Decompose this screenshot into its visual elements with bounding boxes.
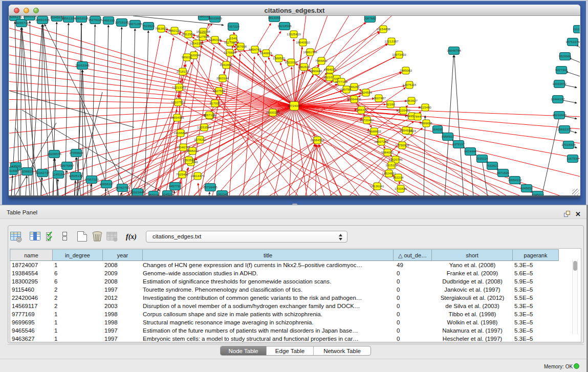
svg-text:1546: 1546 <box>230 36 237 40</box>
svg-text:62160: 62160 <box>386 102 395 106</box>
svg-text:20364436: 20364436 <box>347 97 361 101</box>
svg-text:6099695: 6099695 <box>420 121 433 125</box>
svg-text:10046798: 10046798 <box>176 145 190 149</box>
svg-text:2367608: 2367608 <box>234 45 247 48</box>
svg-text:10671355: 10671355 <box>128 22 142 26</box>
svg-text:17756928: 17756928 <box>395 143 409 147</box>
svg-text:1145194: 1145194 <box>52 172 64 176</box>
svg-text:8912954: 8912954 <box>182 32 195 36</box>
svg-text:16286279: 16286279 <box>9 16 22 18</box>
svg-text:8660124: 8660124 <box>168 29 181 32</box>
svg-text:1986091: 1986091 <box>198 16 210 18</box>
svg-text:1362615: 1362615 <box>298 65 311 69</box>
svg-text:1615112: 1615112 <box>385 163 398 167</box>
svg-text:3498242: 3498242 <box>186 149 199 152</box>
svg-text:7955812: 7955812 <box>315 59 328 62</box>
svg-text:2803144: 2803144 <box>216 76 229 80</box>
svg-text:989011: 989011 <box>182 55 192 59</box>
svg-text:6466160: 6466160 <box>102 18 115 22</box>
svg-text:10154838: 10154838 <box>376 27 390 31</box>
svg-text:10975887: 10975887 <box>60 164 74 167</box>
svg-text:8242845: 8242845 <box>220 63 233 67</box>
svg-text:17016504: 17016504 <box>561 143 576 146</box>
svg-text:17359924: 17359924 <box>69 151 83 155</box>
svg-text:7663822: 7663822 <box>155 27 168 30</box>
svg-text:7485063: 7485063 <box>400 69 412 72</box>
svg-text:10025453: 10025453 <box>396 108 410 112</box>
svg-text:20691406: 20691406 <box>35 18 50 21</box>
svg-text:7986372: 7986372 <box>355 108 368 112</box>
svg-text:18640910: 18640910 <box>296 40 310 44</box>
svg-text:8958923: 8958923 <box>442 135 454 138</box>
svg-text:9474444: 9474444 <box>464 149 477 153</box>
svg-text:5084067: 5084067 <box>381 150 394 154</box>
svg-text:20206576: 20206576 <box>47 152 61 156</box>
svg-text:9777169: 9777169 <box>335 80 348 83</box>
svg-text:1654913: 1654913 <box>400 128 412 132</box>
svg-text:13325419: 13325419 <box>287 32 301 36</box>
svg-text:16961758: 16961758 <box>303 50 317 54</box>
svg-text:20053346: 20053346 <box>75 63 90 67</box>
svg-text:746266: 746266 <box>349 85 360 89</box>
svg-text:10653526: 10653526 <box>74 16 89 20</box>
svg-text:8813054: 8813054 <box>268 16 281 19</box>
svg-text:17957223: 17957223 <box>84 178 99 181</box>
svg-text:10688603: 10688603 <box>367 129 381 133</box>
svg-text:8267110: 8267110 <box>203 113 215 117</box>
svg-text:10973493: 10973493 <box>392 53 406 56</box>
svg-text:164095: 164095 <box>432 127 443 131</box>
svg-text:1156829: 1156829 <box>21 169 33 173</box>
svg-text:10607487: 10607487 <box>372 96 386 100</box>
svg-text:1112345: 1112345 <box>573 27 580 31</box>
svg-text:3824554: 3824554 <box>360 91 373 94</box>
svg-text:12213363: 12213363 <box>172 85 186 89</box>
svg-text:19384554: 19384554 <box>310 138 324 142</box>
svg-text:391590: 391590 <box>9 169 18 172</box>
svg-text:12975115: 12975115 <box>402 83 417 86</box>
svg-text:6494028: 6494028 <box>324 68 337 71</box>
svg-text:9463627: 9463627 <box>405 99 418 102</box>
svg-text:15716485: 15716485 <box>203 185 217 189</box>
svg-text:8427552: 8427552 <box>213 89 226 93</box>
svg-text:15692371: 15692371 <box>557 127 572 131</box>
svg-text:15276025: 15276025 <box>88 18 102 21</box>
svg-text:10654112: 10654112 <box>508 178 522 182</box>
svg-text:9227343: 9227343 <box>555 68 568 72</box>
svg-text:10719185: 10719185 <box>115 20 129 24</box>
svg-text:14136141: 14136141 <box>370 184 384 188</box>
svg-text:1553594: 1553594 <box>183 158 195 162</box>
svg-text:7632621: 7632621 <box>486 164 499 167</box>
svg-text:15751074: 15751074 <box>565 40 580 43</box>
svg-text:10543362: 10543362 <box>189 41 204 45</box>
svg-text:18724007: 18724007 <box>287 104 301 107</box>
svg-text:15226058: 15226058 <box>196 30 210 33</box>
svg-text:3175685: 3175685 <box>224 51 236 54</box>
svg-text:12505135: 12505135 <box>69 174 83 178</box>
svg-text:13524851: 13524851 <box>382 171 396 175</box>
svg-text:14914479: 14914479 <box>190 174 205 178</box>
svg-text:19860914: 19860914 <box>23 16 37 18</box>
svg-text:7625402: 7625402 <box>176 172 189 176</box>
svg-text:8471626: 8471626 <box>497 171 510 174</box>
svg-text:f(x): f(x) <box>126 233 137 241</box>
svg-text:1167534: 1167534 <box>567 157 579 160</box>
svg-text:19218506: 19218506 <box>277 24 292 28</box>
svg-text:16033809: 16033809 <box>208 16 222 20</box>
svg-text:19166825: 19166825 <box>173 131 188 135</box>
svg-text:9457791: 9457791 <box>169 184 182 188</box>
svg-text:817006: 817006 <box>210 101 221 105</box>
svg-text:12923446: 12923446 <box>130 190 145 194</box>
svg-text:9127509: 9127509 <box>197 35 209 38</box>
svg-text:7515524: 7515524 <box>142 24 155 28</box>
svg-text:18561324: 18561324 <box>61 16 76 20</box>
svg-text:9146821: 9146821 <box>260 51 273 55</box>
svg-text:2718172: 2718172 <box>177 70 189 73</box>
svg-text:16210643: 16210643 <box>552 113 567 117</box>
svg-text:16107553: 16107553 <box>171 100 185 104</box>
svg-text:12444197: 12444197 <box>551 97 565 101</box>
svg-text:18907269: 18907269 <box>374 140 388 143</box>
svg-text:14055714: 14055714 <box>14 21 29 25</box>
svg-text:15720407: 15720407 <box>360 118 374 122</box>
svg-text:16648784: 16648784 <box>447 49 461 52</box>
svg-text:1733426: 1733426 <box>395 187 407 190</box>
